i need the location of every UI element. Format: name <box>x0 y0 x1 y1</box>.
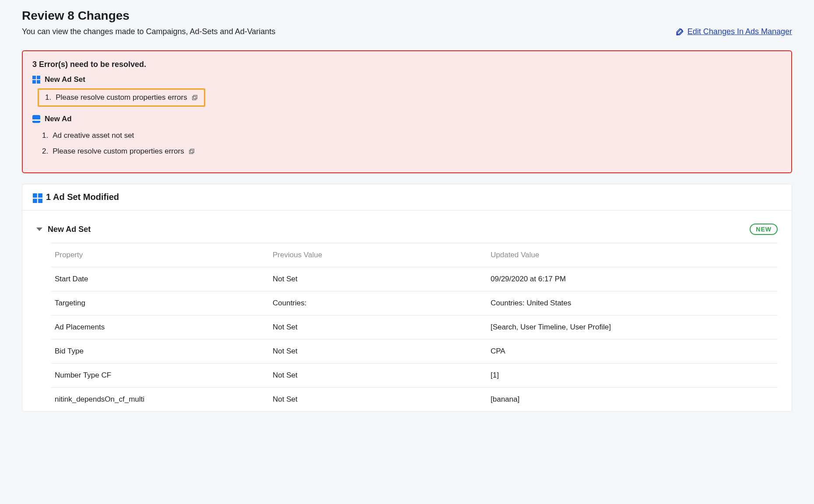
new-badge: NEW <box>750 224 778 235</box>
section-body: New Ad Set NEW Property Previous Value U… <box>22 210 792 411</box>
section-title: 1 Ad Set Modified <box>46 192 119 202</box>
error-group-adset: New Ad Set 1. Please resolve custom prop… <box>32 75 782 110</box>
cell-property: Bid Type <box>51 340 269 364</box>
col-property: Property <box>51 243 269 267</box>
adset-icon <box>32 76 40 84</box>
subsection-header[interactable]: New Ad Set NEW <box>36 218 778 243</box>
svg-rect-5 <box>192 96 196 100</box>
error-item-highlighted[interactable]: 1. Please resolve custom properties erro… <box>38 88 205 107</box>
error-item[interactable]: 1. Ad creative asset not set <box>32 128 782 144</box>
cell-property: nitink_dependsOn_cf_multi <box>51 388 269 412</box>
popout-icon[interactable] <box>189 148 195 154</box>
svg-rect-8 <box>190 149 194 153</box>
chevron-down-icon[interactable] <box>36 228 42 231</box>
cell-updated: CPA <box>487 340 778 364</box>
svg-rect-9 <box>33 193 37 198</box>
cell-updated: [banana] <box>487 388 778 412</box>
edit-changes-label: Edit Changes In Ads Manager <box>688 27 792 36</box>
table-row: Bid Type Not Set CPA <box>51 340 778 364</box>
svg-rect-10 <box>38 193 42 198</box>
cell-previous: Countries: <box>269 291 487 315</box>
changes-table: Property Previous Value Updated Value St… <box>51 243 778 411</box>
page-subtitle: You can view the changes made to Campaig… <box>22 27 275 36</box>
pencil-icon <box>675 28 684 36</box>
ad-icon <box>32 115 40 123</box>
page-title: Review 8 Changes <box>22 9 792 23</box>
cell-updated: Countries: United States <box>487 291 778 315</box>
col-previous: Previous Value <box>269 243 487 267</box>
table-row: Ad Placements Not Set [Search, User Time… <box>51 315 778 340</box>
subsection-left: New Ad Set <box>36 225 91 234</box>
svg-rect-12 <box>38 199 42 203</box>
table-row: nitink_dependsOn_cf_multi Not Set [banan… <box>51 388 778 412</box>
error-group-header: New Ad <box>32 115 782 123</box>
subsection-name: New Ad Set <box>48 225 91 234</box>
popout-icon[interactable] <box>192 94 198 101</box>
error-item-text: Please resolve custom properties errors <box>56 93 187 102</box>
error-group-name: New Ad <box>45 115 72 123</box>
cell-property: Ad Placements <box>51 315 269 340</box>
cell-updated: [1] <box>487 364 778 388</box>
page-header: Review 8 Changes You can view the change… <box>22 9 792 36</box>
modified-section-card: 1 Ad Set Modified New Ad Set NEW Propert… <box>22 184 792 412</box>
error-group-name: New Ad Set <box>45 75 85 84</box>
error-group-ad: New Ad 1. Ad creative asset not set 2. P… <box>32 115 782 159</box>
cell-property: Number Type CF <box>51 364 269 388</box>
error-summary-title: 3 Error(s) need to be resolved. <box>32 60 782 69</box>
error-group-header: New Ad Set <box>32 75 782 84</box>
cell-previous: Not Set <box>269 340 487 364</box>
table-row: Start Date Not Set 09/29/2020 at 6:17 PM <box>51 267 778 291</box>
adset-icon <box>33 193 41 201</box>
cell-previous: Not Set <box>269 364 487 388</box>
cell-property: Targeting <box>51 291 269 315</box>
cell-updated: 09/29/2020 at 6:17 PM <box>487 267 778 291</box>
section-header: 1 Ad Set Modified <box>22 184 792 210</box>
cell-previous: Not Set <box>269 315 487 340</box>
svg-rect-4 <box>37 80 40 84</box>
header-row: You can view the changes made to Campaig… <box>22 27 792 36</box>
svg-rect-6 <box>193 95 197 99</box>
cell-property: Start Date <box>51 267 269 291</box>
table-row: Number Type CF Not Set [1] <box>51 364 778 388</box>
svg-rect-2 <box>37 76 40 79</box>
table-header-row: Property Previous Value Updated Value <box>51 243 778 267</box>
svg-rect-7 <box>189 150 193 154</box>
error-item-num: 2. <box>42 147 48 156</box>
svg-rect-11 <box>33 199 37 203</box>
error-item-text: Ad creative asset not set <box>53 131 134 140</box>
error-item[interactable]: 2. Please resolve custom properties erro… <box>32 144 782 159</box>
svg-rect-1 <box>32 76 36 79</box>
error-alert-box: 3 Error(s) need to be resolved. New Ad S… <box>22 50 792 173</box>
cell-previous: Not Set <box>269 267 487 291</box>
col-updated: Updated Value <box>487 243 778 267</box>
edit-changes-link[interactable]: Edit Changes In Ads Manager <box>675 27 792 36</box>
svg-rect-3 <box>32 80 36 84</box>
error-item-text: Please resolve custom properties errors <box>53 147 184 156</box>
cell-previous: Not Set <box>269 388 487 412</box>
table-row: Targeting Countries: Countries: United S… <box>51 291 778 315</box>
error-item-num: 1. <box>45 93 51 102</box>
table-body: Start Date Not Set 09/29/2020 at 6:17 PM… <box>51 267 778 412</box>
cell-updated: [Search, User Timeline, User Profile] <box>487 315 778 340</box>
error-item-num: 1. <box>42 131 48 140</box>
